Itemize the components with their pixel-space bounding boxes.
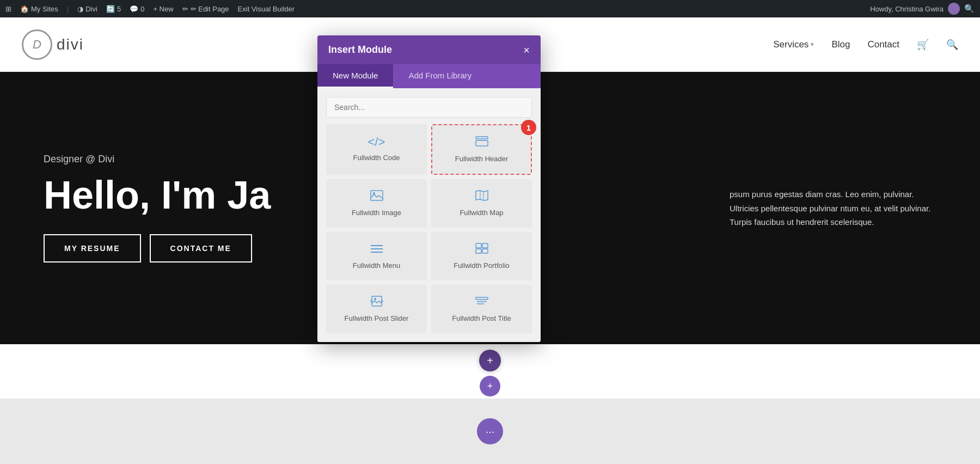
modules-grid: </> Fullwidth Code Fullwidth Header 1: [326, 124, 532, 333]
module-label: Fullwidth Header: [455, 155, 509, 163]
updates-link[interactable]: 🔄 5: [106, 5, 121, 13]
section-options-button[interactable]: ···: [477, 418, 503, 444]
module-label: Fullwidth Post Title: [452, 314, 511, 322]
admin-bar-right: Howdy, Christina Gwira 🔍: [870, 3, 975, 15]
hero-title: Hello, I'm Ja: [44, 174, 271, 217]
module-search-input[interactable]: [326, 97, 532, 118]
modal-title: Insert Module: [328, 44, 392, 56]
image-icon: [370, 190, 383, 204]
logo-icon: D: [22, 29, 52, 60]
my-sites-link[interactable]: 🏠 My Sites: [20, 5, 58, 13]
module-label: Fullwidth Code: [353, 154, 400, 162]
modal-close-button[interactable]: ×: [523, 45, 530, 56]
section-footer: ···: [0, 399, 980, 464]
svg-marker-4: [476, 191, 488, 200]
nav-item-services[interactable]: Services ▾: [773, 39, 814, 50]
new-content-link[interactable]: + New: [153, 5, 173, 13]
my-sites-label: My Sites: [31, 5, 58, 13]
site-nav: Services ▾ Blog Contact 🛒 🔍: [773, 39, 958, 51]
module-fullwidth-post-slider[interactable]: Fullwidth Post Slider: [326, 285, 427, 333]
search-icon[interactable]: 🔍: [946, 39, 958, 51]
badge-number: 1: [521, 120, 536, 135]
module-fullwidth-image[interactable]: Fullwidth Image: [326, 179, 427, 228]
divi-site-link[interactable]: ◑ Divi: [77, 5, 97, 13]
comments-icon: 💬: [130, 5, 138, 13]
nav-item-contact[interactable]: Contact: [867, 39, 899, 50]
divi-label: Divi: [85, 5, 97, 13]
svg-rect-0: [476, 137, 488, 139]
comments-link[interactable]: 💬 0: [130, 5, 144, 13]
svg-rect-1: [476, 141, 488, 146]
hero-body-text: psum purus egestas diam cras. Leo enim, …: [730, 187, 936, 229]
logo-text: divi: [57, 36, 84, 53]
divi-icon: ◑: [77, 5, 83, 13]
search-icon[interactable]: 🔍: [964, 4, 975, 14]
avatar: [948, 3, 960, 15]
modal-body: </> Fullwidth Code Fullwidth Header 1: [317, 88, 541, 342]
section-controls-2: +: [0, 374, 980, 399]
code-icon: </>: [368, 135, 385, 149]
blog-label: Blog: [831, 39, 850, 50]
tab-new-module[interactable]: New Module: [317, 64, 393, 88]
updates-count: 5: [117, 5, 121, 13]
svg-rect-11: [482, 243, 488, 248]
exit-vb-label: Exit Visual Builder: [238, 5, 295, 13]
insert-module-modal: Insert Module × New Module Add From Libr…: [317, 35, 541, 342]
svg-rect-18: [476, 297, 488, 300]
chevron-down-icon: ▾: [811, 41, 814, 48]
hero-subtitle: Designer @ Divi: [44, 154, 271, 165]
add-row-button[interactable]: +: [479, 350, 501, 371]
new-label: + New: [153, 5, 173, 13]
module-label: Fullwidth Portfolio: [454, 261, 510, 270]
menu-icon: [370, 243, 383, 257]
svg-rect-10: [476, 243, 481, 248]
hero-buttons: MY RESUME CONTACT ME: [44, 234, 271, 262]
nav-item-blog[interactable]: Blog: [831, 39, 850, 50]
site-logo[interactable]: D divi: [22, 29, 84, 60]
services-label: Services: [773, 39, 808, 50]
my-resume-button[interactable]: MY RESUME: [44, 234, 141, 262]
hero-content: Designer @ Divi Hello, I'm Ja MY RESUME …: [0, 121, 314, 295]
portfolio-icon: [475, 243, 488, 257]
svg-rect-12: [476, 249, 481, 253]
title-icon: [475, 296, 488, 310]
module-label: Fullwidth Menu: [353, 261, 400, 270]
modal-tabs: New Module Add From Library: [317, 64, 541, 88]
module-label: Fullwidth Post Slider: [345, 314, 409, 322]
header-icon: [475, 136, 488, 150]
section-controls: +: [0, 344, 980, 374]
svg-rect-13: [482, 249, 488, 253]
contact-label: Contact: [867, 39, 899, 50]
wp-icon[interactable]: ⊞: [5, 5, 11, 13]
slider-icon: [370, 296, 383, 310]
sites-icon: 🏠: [20, 5, 29, 13]
module-fullwidth-header[interactable]: Fullwidth Header 1: [431, 124, 532, 175]
comments-count: 0: [140, 5, 144, 13]
pencil-icon: ✏: [182, 5, 188, 13]
svg-point-3: [373, 192, 375, 194]
module-fullwidth-post-title[interactable]: Fullwidth Post Title: [431, 285, 532, 333]
cart-icon[interactable]: 🛒: [917, 39, 929, 51]
map-icon: [475, 190, 488, 204]
exit-visual-builder-link[interactable]: Exit Visual Builder: [238, 5, 295, 13]
module-label: Fullwidth Map: [460, 209, 503, 217]
user-greeting: Howdy, Christina Gwira: [870, 5, 944, 13]
module-fullwidth-code[interactable]: </> Fullwidth Code: [326, 124, 427, 175]
contact-me-button[interactable]: CONTACT ME: [150, 234, 252, 262]
svg-marker-17: [382, 300, 383, 303]
tab-add-from-library[interactable]: Add From Library: [393, 64, 487, 88]
svg-rect-14: [372, 296, 382, 306]
edit-page-label: ✏ Edit Page: [191, 5, 229, 13]
edit-page-link[interactable]: ✏ ✏ Edit Page: [182, 5, 229, 13]
module-fullwidth-portfolio[interactable]: Fullwidth Portfolio: [431, 232, 532, 280]
updates-icon: 🔄: [106, 5, 115, 13]
admin-bar: ⊞ 🏠 My Sites | ◑ Divi 🔄 5 💬 0 + New ✏ ✏ …: [0, 0, 980, 17]
svg-point-15: [374, 298, 376, 300]
svg-marker-16: [370, 300, 372, 303]
module-fullwidth-map[interactable]: Fullwidth Map: [431, 179, 532, 228]
add-row-button-2[interactable]: +: [480, 376, 500, 396]
module-label: Fullwidth Image: [352, 209, 401, 217]
modal-header: Insert Module ×: [317, 35, 541, 64]
module-fullwidth-menu[interactable]: Fullwidth Menu: [326, 232, 427, 280]
